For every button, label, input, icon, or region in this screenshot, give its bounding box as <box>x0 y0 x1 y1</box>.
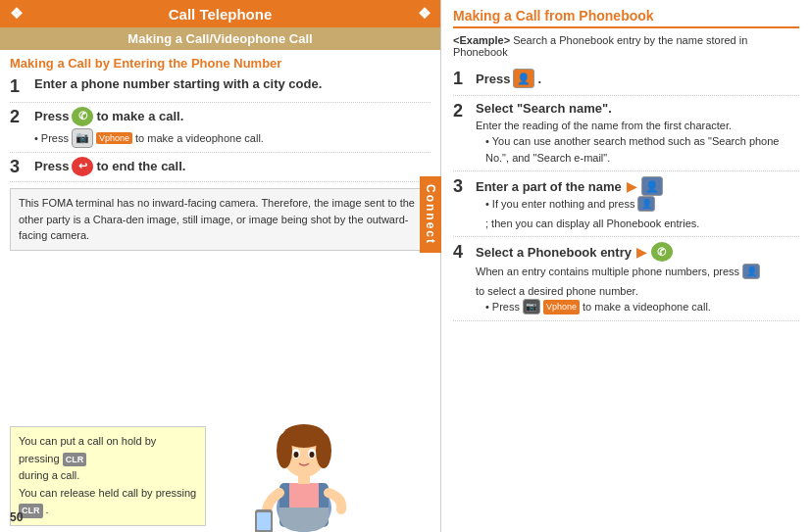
section1-title: Making a Call by Entering the Phone Numb… <box>0 50 440 73</box>
end-call-icon: ↩ <box>72 157 93 176</box>
tip-line1: You can put a call on hold by pressing <box>19 435 156 464</box>
right-step-3-label: Enter a part of the name <box>476 179 622 194</box>
right-step-2-sub: Enter the reading of the name from the f… <box>476 118 799 134</box>
right-step-4-label: Select a Phonebook entry <box>476 245 632 260</box>
header-bar: ❖ Call Telephone ❖ <box>0 0 440 27</box>
step-3-label: Press <box>34 159 69 173</box>
step-1-content: Enter a phone number starting with a cit… <box>34 76 431 91</box>
contact-icon-4: 👤 <box>742 264 760 279</box>
right-step-2: 2 Select "Search name". Enter the readin… <box>453 96 799 172</box>
step-2-label: Press <box>34 109 69 123</box>
step-1: 1 Enter a phone number starting with a c… <box>10 73 431 103</box>
connect-tab: Connect <box>420 176 441 253</box>
right-step-3: 3 Enter a part of the name ▶ 👤 If you en… <box>453 171 799 237</box>
step-2-sub: • Press 📷 Vphone to make a videophone ca… <box>34 128 431 148</box>
svg-rect-13 <box>257 512 271 530</box>
step-1-num: 1 <box>10 76 29 98</box>
right-panel-title: Making a Call from Phonebook <box>453 8 799 28</box>
right-title-text: Making a Call from Phonebook <box>453 8 654 24</box>
step-3-label2: to end the call. <box>96 159 185 173</box>
arrow-icon-4: ▶ <box>636 245 646 260</box>
right-panel: Making a Call from Phonebook <Example> S… <box>441 0 811 532</box>
arrow-icon-3: ▶ <box>627 179 636 194</box>
right-step-3-bullet: If you enter nothing and press 👤 ; then … <box>476 196 799 231</box>
header-deco-right: ❖ <box>418 5 431 23</box>
right-step-1-dot: . <box>537 72 541 86</box>
right-step-4-text: Select a Phonebook entry ▶ ✆ <box>476 242 799 262</box>
step-2-sub2: to make a videophone call. <box>135 132 264 144</box>
clr-badge1: CLR <box>63 453 87 466</box>
step-3-text: Press ↩ to end the call. <box>34 157 431 176</box>
right-step-2-content: Select "Search name". Enter the reading … <box>476 101 799 167</box>
right-step-4-bullet: Press 📷 Vphone to make a videophone call… <box>476 299 799 315</box>
right-step-3-text: Enter a part of the name ▶ 👤 <box>476 176 799 196</box>
vphone-badge: Vphone <box>96 132 132 144</box>
step-2-label2: to make a call. <box>96 109 183 123</box>
camera-icon-4: 📷 <box>523 299 540 314</box>
step-1-text: Enter a phone number starting with a cit… <box>34 76 431 91</box>
phonebook-icon: 👤 <box>513 69 534 88</box>
contact-icon-3b: 👤 <box>637 196 655 212</box>
tip-end: . <box>46 504 49 515</box>
call-green-icon: ✆ <box>72 107 93 126</box>
step-2-sub-label: Press <box>41 132 69 144</box>
step-2: 2 Press ✆ to make a call. • Press 📷 Vpho… <box>10 103 431 153</box>
right-step-3-content: Enter a part of the name ▶ 👤 If you ente… <box>476 176 799 231</box>
camera-icon-small: 📷 <box>72 128 93 148</box>
tip-line3: You can release held call by pressing <box>19 487 196 499</box>
sub-header-label: Making a Call/Videophone Call <box>127 31 312 46</box>
example-label: <Example> <box>453 34 510 46</box>
steps-list: 1 Enter a phone number starting with a c… <box>0 73 440 182</box>
sub-header: Making a Call/Videophone Call <box>0 27 440 50</box>
contact-icon-3: 👤 <box>641 176 663 196</box>
note-box: This FOMA terminal has no inward-facing … <box>10 188 431 251</box>
right-step-1-text: Press 👤 . <box>476 69 799 88</box>
bottom-area: You can put a call on hold by pressing C… <box>0 257 440 532</box>
right-step-2-text: Select "Search name". <box>476 101 799 116</box>
page-number: 50 <box>10 510 23 524</box>
tip-box: You can put a call on hold by pressing C… <box>10 426 206 526</box>
call-icon-4: ✆ <box>651 242 673 262</box>
right-step-2-bullet: You can use another search method such a… <box>476 133 799 166</box>
right-step-4-content: Select a Phonebook entry ▶ ✆ When an ent… <box>476 242 799 315</box>
step-1-label: Enter a phone number starting with a cit… <box>34 76 322 91</box>
step-3: 3 Press ↩ to end the call. <box>10 153 431 183</box>
left-panel: ❖ Call Telephone ❖ Making a Call/Videoph… <box>0 0 441 532</box>
right-step-2-num: 2 <box>453 101 471 122</box>
note-text: This FOMA terminal has no inward-facing … <box>19 197 415 241</box>
step-3-content: Press ↩ to end the call. <box>34 157 431 176</box>
svg-point-7 <box>316 433 331 468</box>
right-step-1-content: Press 👤 . <box>476 69 799 88</box>
right-step-2-label: Select "Search name". <box>476 101 612 116</box>
right-step-4-num: 4 <box>453 242 471 264</box>
svg-point-10 <box>294 452 299 458</box>
right-step-1-label: Press <box>476 72 510 86</box>
right-step-1-num: 1 <box>453 69 471 90</box>
step-2-text: Press ✆ to make a call. <box>34 107 431 126</box>
svg-point-11 <box>310 452 315 458</box>
step-2-content: Press ✆ to make a call. • Press 📷 Vphone… <box>34 107 431 148</box>
character-illustration <box>235 375 373 532</box>
right-steps-list: 1 Press 👤 . 2 Select "Search name". Ente… <box>453 64 799 321</box>
bullet-dot: • <box>34 132 38 144</box>
right-step-3-num: 3 <box>453 176 471 198</box>
connect-tab-label: Connect <box>424 184 437 245</box>
page-num-text: 50 <box>10 510 23 524</box>
page-title: Call Telephone <box>169 6 273 23</box>
right-step-4: 4 Select a Phonebook entry ▶ ✆ When an e… <box>453 237 799 321</box>
right-step-1: 1 Press 👤 . <box>453 64 799 96</box>
step-3-num: 3 <box>10 157 29 178</box>
right-step-4-sub: When an entry contains multiple phone nu… <box>476 264 799 299</box>
header-deco-left: ❖ <box>10 5 23 23</box>
vphone-badge-4: Vphone <box>543 300 580 315</box>
tip-line2: during a call. <box>19 469 79 481</box>
svg-point-6 <box>277 433 292 468</box>
example-line: <Example> Search a Phonebook entry by th… <box>453 34 799 58</box>
section1-title-text: Making a Call by Entering the Phone Numb… <box>10 56 281 71</box>
step-2-num: 2 <box>10 107 29 128</box>
